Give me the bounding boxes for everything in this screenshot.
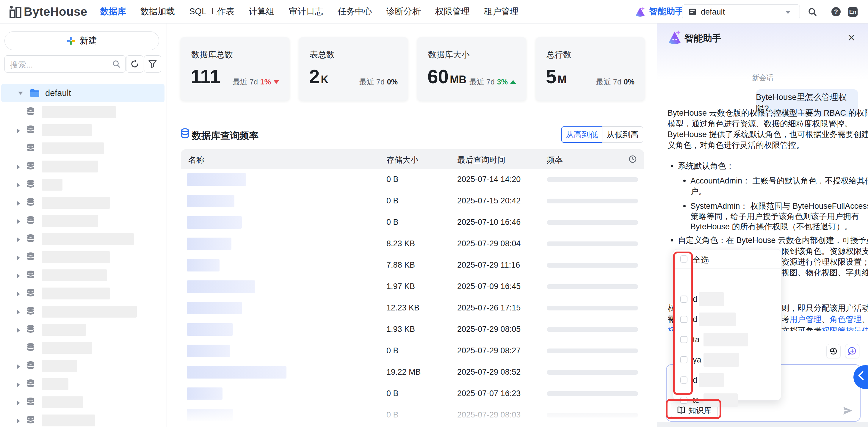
app: ByteHouse 数据库数据加载SQL 工作表计算组审计日志任务中心诊断分析权… [0,0,868,427]
database-icon [26,234,35,244]
tree-item[interactable] [0,175,166,194]
chevron-right-icon[interactable] [17,128,20,133]
menu-item-3[interactable]: SQL 工作表 [189,6,235,18]
chevron-right-icon[interactable] [17,164,20,170]
tree-item[interactable] [0,284,166,302]
table-row[interactable]: 1.97 KB2025-07-09 16:45 [181,276,644,298]
chevron-down-icon[interactable] [18,92,23,95]
tree-item[interactable] [0,411,166,427]
nav-assistant-label: 智能助手 [649,6,684,18]
tree-item[interactable] [0,230,166,248]
frequency-bar [547,370,638,375]
table-row[interactable]: 19.22 MB2025-07-29 08:52 [181,362,644,383]
language-button[interactable]: En [848,7,858,17]
database-icon [26,397,35,407]
chevron-right-icon[interactable] [17,309,20,315]
cell-time: 2025-07-29 08:05 [457,325,521,334]
select-all-label: 全选 [693,255,709,265]
menu-item-8[interactable]: 权限管理 [435,6,470,18]
tree-item[interactable] [0,375,166,393]
tree-item[interactable] [0,302,166,321]
bullet-dot [683,205,686,207]
card-value: 60MB [428,66,466,88]
table-row[interactable]: 1.93 KB2025-07-29 08:05 [181,319,644,340]
table-row[interactable]: 0 B2025-07-14 14:20 [181,169,644,191]
help-button[interactable]: ? [831,7,841,17]
redacted-name [42,360,78,372]
menu-item-6[interactable]: 任务中心 [338,6,372,18]
workspace-select[interactable]: default [682,4,800,19]
menu-item-5[interactable]: 审计日志 [289,6,323,18]
tree-item[interactable] [0,212,166,230]
tree-item[interactable] [0,357,166,375]
send-icon[interactable] [842,405,854,416]
chevron-right-icon[interactable] [17,400,20,405]
tree-item[interactable] [0,321,166,339]
tree-item[interactable] [0,266,166,284]
chevron-right-icon[interactable] [17,237,20,242]
table-row[interactable]: 8.23 KB2025-07-29 08:04 [181,233,644,255]
cell-size: 1.93 KB [386,325,415,334]
table-row[interactable]: 0 B2025-07-10 16:46 [181,212,644,233]
new-button[interactable]: 新建 [4,31,159,50]
cell-time: 2025-07-29 08:04 [457,239,521,248]
chevron-right-icon[interactable] [17,364,20,369]
new-chat-button[interactable] [845,344,859,358]
card-trend: 最近 7d0% [596,77,634,87]
history-button[interactable] [826,344,841,358]
clock-icon[interactable] [629,155,637,163]
chevron-right-icon[interactable] [17,382,20,388]
menu-item-7[interactable]: 诊断分析 [386,6,421,18]
redacted-name [42,106,116,118]
chevron-right-icon[interactable] [17,183,20,188]
menu-item-9[interactable]: 租户管理 [484,6,519,18]
chevron-right-icon[interactable] [17,291,20,297]
table-row[interactable]: 12.23 KB2025-07-26 17:15 [181,297,644,319]
chevron-right-icon[interactable] [17,328,20,333]
sidebar-search-input[interactable]: 搜索... [4,55,126,72]
redacted-name [42,197,110,209]
chevron-right-icon[interactable] [17,255,20,261]
tree-item[interactable] [0,121,166,139]
close-icon[interactable]: ✕ [847,32,856,43]
tree-item[interactable] [0,103,166,121]
sidebar: 新建 搜索... default [0,23,167,427]
table-row[interactable]: 0 B2025-07-15 20:42 [181,190,644,212]
table-row[interactable]: 0 B2025-07-29 08:27 [181,340,644,362]
folder-icon [30,89,40,98]
search-placeholder: 搜索... [10,60,33,70]
answer-line: 系统默认角色： [678,161,734,171]
chevron-right-icon[interactable] [17,201,20,206]
cell-time: 2025-07-15 20:42 [457,196,521,205]
tree-item[interactable] [0,248,166,266]
tree-item[interactable] [0,139,166,157]
filter-button[interactable] [144,55,161,72]
menu-item-2[interactable]: 数据加载 [141,6,175,18]
chevron-right-icon[interactable] [17,273,20,278]
chevron-right-icon[interactable] [17,219,20,224]
tree-item[interactable] [0,157,166,175]
filter-icon [148,60,157,68]
database-icon [26,289,35,299]
table-row[interactable]: 7.88 KB2025-07-29 11:16 [181,255,644,276]
chevron-right-icon[interactable] [17,418,20,424]
nav-assistant-entry[interactable]: 智能助手 [635,0,684,23]
tree-item[interactable] [0,393,166,411]
tree-item[interactable] [0,194,166,212]
database-icon [26,379,35,389]
database-icon [26,125,35,135]
cell-time: 2025-07-14 14:20 [457,175,521,184]
menu-item-1[interactable]: 数据库 [100,6,126,18]
sort-desc-button[interactable]: 从高到低 [561,126,602,143]
database-icon [26,161,35,171]
menu-item-4[interactable]: 计算组 [249,6,275,18]
search-icon[interactable] [808,7,817,17]
sort-asc-button[interactable]: 从低到高 [602,126,643,143]
sort-toggle: 从高到低 从低到高 [561,126,643,143]
refresh-button[interactable] [126,55,144,72]
frequency-bar [547,327,638,332]
tree-item[interactable] [0,339,166,357]
frequency-bar [547,177,638,182]
sidebar-item-default[interactable]: default [1,84,164,102]
cell-size: 7.88 KB [386,261,415,270]
